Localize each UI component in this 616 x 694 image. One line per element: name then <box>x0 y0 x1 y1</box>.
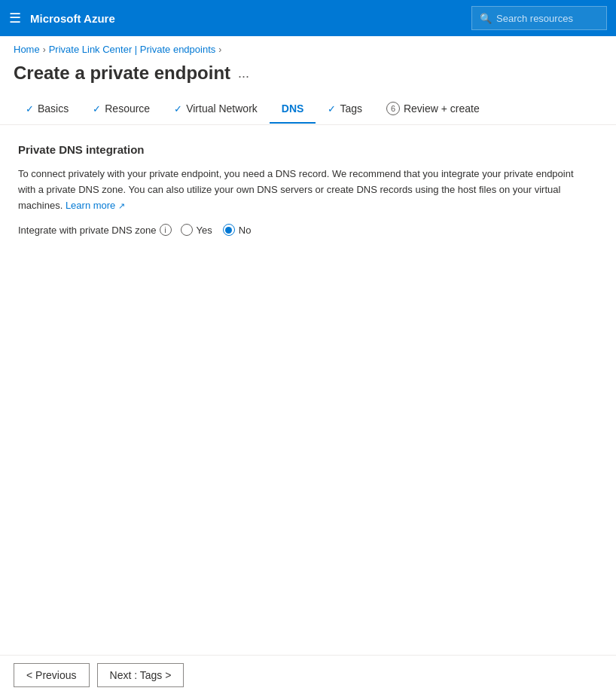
tab-review-create-number: 6 <box>386 102 400 115</box>
topbar-left: ☰ Microsoft Azure <box>9 10 115 26</box>
tab-dns[interactable]: DNS <box>270 95 316 124</box>
radio-group: Yes No <box>181 224 252 236</box>
tab-virtual-network-label: Virtual Network <box>186 102 258 115</box>
learn-more-link[interactable]: Learn more ↗ <box>66 200 125 211</box>
dns-field-row: Integrate with private DNS zone i Yes No <box>18 224 598 236</box>
tab-basics-label: Basics <box>38 102 69 115</box>
page-title: Create a private endpoint <box>14 63 230 84</box>
radio-no-label: No <box>239 225 252 236</box>
next-button[interactable]: Next : Tags > <box>97 663 184 687</box>
field-label: Integrate with private DNS zone i <box>18 224 172 236</box>
search-bar[interactable]: 🔍 Search resources <box>471 6 607 30</box>
wizard-tabs: ✓ Basics ✓ Resource ✓ Virtual Network DN… <box>0 94 616 125</box>
tab-virtual-network[interactable]: ✓ Virtual Network <box>162 95 270 124</box>
tab-dns-label: DNS <box>282 102 304 115</box>
tab-resource-label: Resource <box>105 102 150 115</box>
tab-basics-check: ✓ <box>26 103 34 115</box>
hamburger-icon[interactable]: ☰ <box>9 10 21 26</box>
more-options-icon[interactable]: ... <box>238 66 249 81</box>
search-placeholder: Search resources <box>496 13 573 24</box>
info-icon[interactable]: i <box>160 224 172 236</box>
tab-basics[interactable]: ✓ Basics <box>14 95 81 124</box>
tab-tags-label: Tags <box>340 102 362 115</box>
radio-no[interactable]: No <box>223 224 252 236</box>
description-text: To connect privately with your private e… <box>18 167 590 213</box>
page-title-row: Create a private endpoint ... <box>0 60 616 94</box>
tab-review-create[interactable]: 6 Review + create <box>374 94 492 124</box>
breadcrumb-home[interactable]: Home <box>14 44 40 55</box>
tab-review-create-label: Review + create <box>404 102 480 115</box>
tab-tags[interactable]: ✓ Tags <box>316 95 374 124</box>
radio-yes-circle <box>181 224 193 236</box>
radio-yes[interactable]: Yes <box>181 224 212 236</box>
breadcrumb-sep-2: › <box>218 44 221 55</box>
radio-yes-label: Yes <box>197 225 212 236</box>
tab-tags-check: ✓ <box>328 103 336 115</box>
external-link-icon: ↗ <box>118 200 125 209</box>
radio-no-circle <box>223 224 235 236</box>
topbar: ☰ Microsoft Azure 🔍 Search resources <box>0 0 616 36</box>
previous-button[interactable]: < Previous <box>14 663 90 687</box>
app-title: Microsoft Azure <box>30 12 115 25</box>
field-label-text: Integrate with private DNS zone <box>18 225 157 236</box>
breadcrumb: Home › Private Link Center | Private end… <box>0 36 616 60</box>
tab-resource-check: ✓ <box>93 103 101 115</box>
tab-resource[interactable]: ✓ Resource <box>81 95 162 124</box>
tab-virtual-network-check: ✓ <box>174 103 182 115</box>
content-area: Private DNS integration To connect priva… <box>0 125 616 254</box>
breadcrumb-private-link[interactable]: Private Link Center | Private endpoints <box>49 44 216 55</box>
section-title: Private DNS integration <box>18 143 598 156</box>
breadcrumb-sep-1: › <box>43 44 46 55</box>
search-icon: 🔍 <box>480 13 492 24</box>
footer: < Previous Next : Tags > <box>0 655 616 694</box>
